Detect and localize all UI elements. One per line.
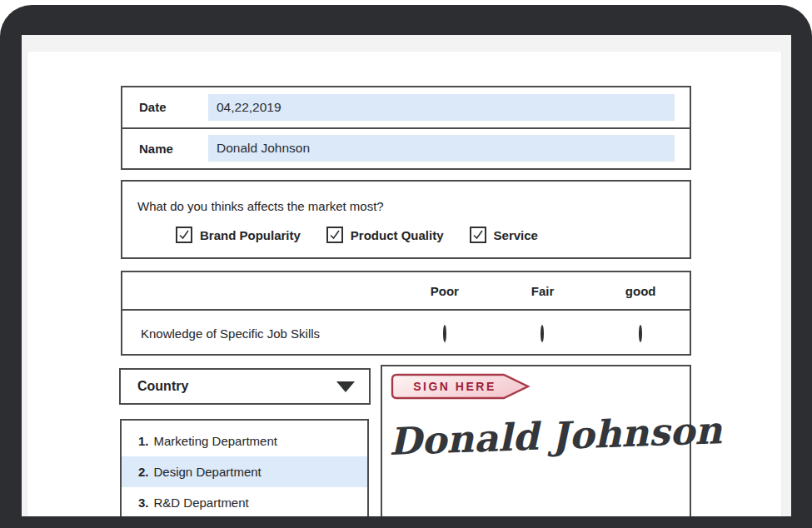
signature-box[interactable]: SIGN HERE Donald Johnson: [381, 365, 691, 516]
name-input[interactable]: Donald Johnson: [208, 135, 675, 162]
list-item-number: 1.: [138, 434, 149, 448]
survey-options: Brand Popularity Product Quality: [137, 227, 690, 243]
country-dropdown-label: Country: [137, 379, 188, 394]
name-label: Name: [139, 142, 208, 156]
list-item-marketing[interactable]: 1. Marketing Department: [122, 426, 367, 456]
chevron-down-icon: [336, 381, 355, 392]
checkmark-icon: [471, 228, 485, 242]
checkbox-label: Service: [494, 228, 538, 242]
department-list: 1. Marketing Department 2. Design Depart…: [120, 419, 369, 516]
country-dropdown[interactable]: Country: [119, 368, 371, 405]
list-item-label: R&D Department: [154, 496, 249, 510]
rating-column-good: good: [591, 284, 690, 298]
rating-column-fair: Fair: [494, 284, 592, 298]
tablet-screen: Date 04,22,2019 Name Donald Johnson What…: [22, 35, 791, 516]
date-input[interactable]: 04,22,2019: [208, 94, 675, 121]
list-item-number: 3.: [138, 496, 149, 510]
checkmark-icon: [177, 228, 191, 242]
signature-handwriting: Donald Johnson: [388, 408, 723, 464]
radio-good-selected[interactable]: [639, 325, 642, 342]
checkbox-checked[interactable]: [176, 227, 192, 243]
list-item-label: Marketing Department: [154, 434, 277, 448]
rating-row-label: Knowledge of Specific Job Skills: [122, 326, 396, 341]
date-row: Date 04,22,2019: [122, 87, 690, 127]
list-item-label: Design Department: [154, 465, 262, 479]
rating-table-header: Poor Fair good: [122, 272, 690, 311]
checkbox-option-product-quality[interactable]: Product Quality: [326, 227, 444, 243]
checkmark-icon: [328, 228, 341, 242]
survey-question-text: What do you thinks affects the market mo…: [137, 199, 690, 213]
list-item-rnd[interactable]: 3. R&D Department: [122, 487, 367, 516]
date-label: Date: [139, 100, 208, 114]
radio-poor-unselected[interactable]: [443, 325, 446, 342]
checkbox-checked[interactable]: [326, 227, 343, 243]
checkbox-option-service[interactable]: Service: [470, 227, 538, 243]
name-row: Name Donald Johnson: [122, 127, 690, 169]
checkbox-checked[interactable]: [470, 227, 486, 243]
survey-question-fieldset: What do you thinks affects the market mo…: [121, 180, 691, 259]
rating-table: Poor Fair good Knowledge of Specific Job…: [121, 271, 691, 356]
radio-fair-unselected[interactable]: [541, 325, 544, 342]
sign-here-label: SIGN HERE: [413, 380, 496, 393]
list-item-design-selected[interactable]: 2. Design Department: [122, 456, 367, 487]
rating-column-poor: Poor: [396, 284, 494, 298]
sign-here-badge: SIGN HERE: [390, 373, 531, 400]
list-item-number: 2.: [138, 465, 149, 479]
date-name-fieldset: Date 04,22,2019 Name Donald Johnson: [121, 86, 691, 170]
checkbox-label: Product Quality: [351, 228, 444, 242]
checkbox-option-brand-popularity[interactable]: Brand Popularity: [176, 227, 301, 243]
rating-row-job-skills: Knowledge of Specific Job Skills: [122, 311, 690, 352]
form-page: Date 04,22,2019 Name Donald Johnson What…: [27, 52, 781, 516]
checkbox-label: Brand Popularity: [200, 228, 301, 242]
